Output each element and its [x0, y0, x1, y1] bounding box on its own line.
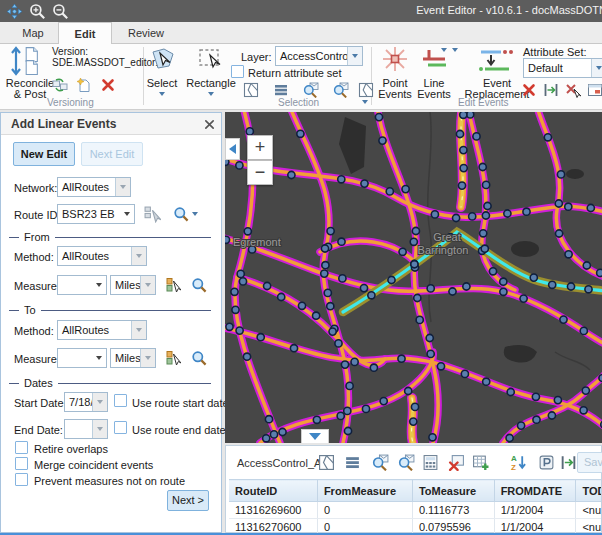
select-options-dropdown-icon — [362, 100, 368, 104]
tab-edit[interactable]: Edit — [58, 22, 112, 45]
zoom-to-selection-icon[interactable] — [303, 82, 319, 98]
zoom-out-icon[interactable] — [52, 3, 69, 20]
attribute-set-arrow[interactable] — [591, 59, 602, 77]
from-measure-combo[interactable] — [57, 275, 107, 295]
merge-events-icon[interactable] — [565, 82, 581, 98]
change-version-icon[interactable] — [52, 77, 68, 93]
start-date-arrow — [92, 393, 107, 411]
event-editor-window: Event Editor - v10.6.1 - docMassDOTN Map… — [0, 0, 602, 535]
table-cell: 0.1116773 — [412, 502, 494, 519]
split-event-icon[interactable] — [521, 82, 537, 98]
tab-map[interactable]: Map — [8, 22, 58, 44]
pan-icon[interactable] — [6, 3, 23, 20]
from-method-label: Method: — [14, 251, 54, 263]
use-route-end-date-checkbox[interactable] — [114, 421, 127, 434]
select-features-icon[interactable] — [243, 82, 259, 98]
rectangle-dropdown-icon — [208, 92, 214, 96]
panel-header: Add Linear Events — [1, 113, 221, 135]
selection-group-label: Selection — [278, 97, 319, 108]
pan-to-selection-icon[interactable] — [398, 454, 415, 471]
use-route-end-date-label: Use route end date — [132, 424, 226, 436]
layer-combo[interactable]: AccessControl_A — [275, 46, 363, 66]
attribute-set-combo[interactable]: Default — [523, 58, 602, 78]
map-zoom-in-button[interactable]: + — [247, 135, 273, 160]
to-method-combo[interactable]: AllRoutes — [57, 320, 147, 340]
version-value: SDE.MASSDOT_editor1 — [52, 57, 161, 68]
use-route-start-date-checkbox[interactable] — [114, 394, 127, 407]
select-route-on-map-icon[interactable] — [144, 206, 161, 223]
to-zoom-icon[interactable] — [191, 350, 207, 366]
table-row[interactable]: 1131627060000.07955961/1/2004<null>N — [229, 519, 601, 534]
map-canvas[interactable]: Egremont Great Barrington + − — [225, 112, 602, 443]
add-record-icon[interactable] — [472, 454, 489, 471]
zoom-to-selection-icon[interactable] — [372, 454, 389, 471]
pan-to-selection-icon[interactable] — [333, 82, 349, 98]
new-version-icon[interactable] — [76, 77, 92, 93]
from-method-combo[interactable]: AllRoutes — [57, 246, 147, 266]
start-date-combo[interactable]: 7/18/ — [64, 392, 108, 412]
return-attribute-set-checkbox[interactable] — [231, 65, 244, 78]
from-measure-pick-icon[interactable] — [165, 277, 181, 293]
network-combo[interactable]: AllRoutes — [57, 177, 131, 197]
selection-list-icon[interactable] — [344, 454, 361, 471]
to-measure-arrow[interactable] — [91, 349, 106, 367]
town-label-barrington: Barrington — [418, 244, 469, 256]
retire-overlaps-checkbox[interactable] — [15, 441, 28, 454]
measure-gap-icon[interactable] — [560, 454, 577, 471]
to-measure-combo[interactable] — [57, 348, 107, 368]
close-icon[interactable] — [204, 119, 215, 130]
next-edit-button[interactable]: Next Edit — [81, 142, 143, 166]
results-layer-name[interactable]: AccessControl_A — [237, 457, 321, 469]
from-zoom-icon[interactable] — [191, 277, 207, 293]
delete-version-icon[interactable] — [100, 77, 116, 93]
to-unit-arrow — [140, 349, 155, 367]
merge-coincident-checkbox[interactable] — [15, 457, 28, 470]
save-button[interactable]: Save — [577, 452, 602, 473]
clear-selection-icon[interactable] — [448, 454, 465, 471]
from-unit-combo[interactable]: Miles — [110, 275, 156, 295]
from-measure-label: Measure: — [14, 280, 60, 292]
prevent-measures-label: Prevent measures not on route — [34, 475, 185, 487]
route-id-arrow[interactable] — [119, 205, 134, 223]
attribute-window-icon[interactable] — [587, 82, 602, 98]
calculator-icon[interactable] — [422, 454, 439, 471]
zoom-to-route-icon[interactable] — [173, 206, 189, 222]
next-button[interactable]: Next > — [167, 490, 209, 511]
zoom-to-route-dropdown-icon[interactable] — [192, 212, 198, 216]
measure-gap-icon[interactable] — [543, 82, 559, 98]
collapse-panel-button[interactable] — [225, 138, 240, 160]
column-header[interactable]: TODATE — [576, 480, 601, 502]
prevent-measures-checkbox[interactable] — [15, 473, 28, 486]
table-row[interactable]: 1131626960000.11167731/1/2004<null>N — [229, 502, 601, 519]
to-measure-pick-icon[interactable] — [165, 350, 181, 366]
select-features-icon[interactable] — [318, 454, 335, 471]
new-edit-button[interactable]: New Edit — [13, 142, 75, 166]
end-date-label: End Date: — [14, 424, 63, 436]
line-events-dropdown-icon-1 — [441, 48, 447, 52]
select-icon — [150, 46, 176, 72]
to-unit-combo[interactable]: Miles — [110, 348, 156, 368]
network-arrow — [115, 178, 130, 196]
table-cell: <null> — [576, 519, 601, 534]
select-options-icon[interactable] — [358, 82, 374, 98]
collapse-table-button[interactable] — [301, 429, 329, 443]
from-measure-arrow[interactable] — [91, 276, 106, 294]
attribute-view-icon[interactable] — [538, 454, 555, 471]
table-header-row: RouteIDFromMeasureToMeasureFROMDATETODAT… — [229, 480, 601, 502]
column-header[interactable]: ToMeasure — [412, 480, 494, 502]
column-header[interactable]: FROMDATE — [494, 480, 576, 502]
route-id-combo[interactable]: BSR23 EB — [57, 204, 135, 224]
sort-icon[interactable] — [510, 454, 527, 471]
tab-review[interactable]: Review — [112, 22, 180, 44]
zoom-in-icon[interactable] — [29, 3, 46, 20]
selection-list-icon[interactable] — [273, 82, 289, 98]
column-header[interactable]: FromMeasure — [317, 480, 412, 502]
line-events-label-2: Events — [413, 88, 455, 100]
end-date-combo[interactable] — [64, 419, 108, 439]
layer-combo-arrow[interactable] — [347, 47, 362, 65]
column-header[interactable]: RouteID — [229, 480, 317, 502]
table-cell: 11316269600 — [229, 502, 317, 519]
return-attribute-set-label: Return attribute set — [248, 67, 342, 79]
map-zoom-out-button[interactable]: − — [247, 160, 273, 185]
from-method-value: AllRoutes — [58, 250, 131, 262]
